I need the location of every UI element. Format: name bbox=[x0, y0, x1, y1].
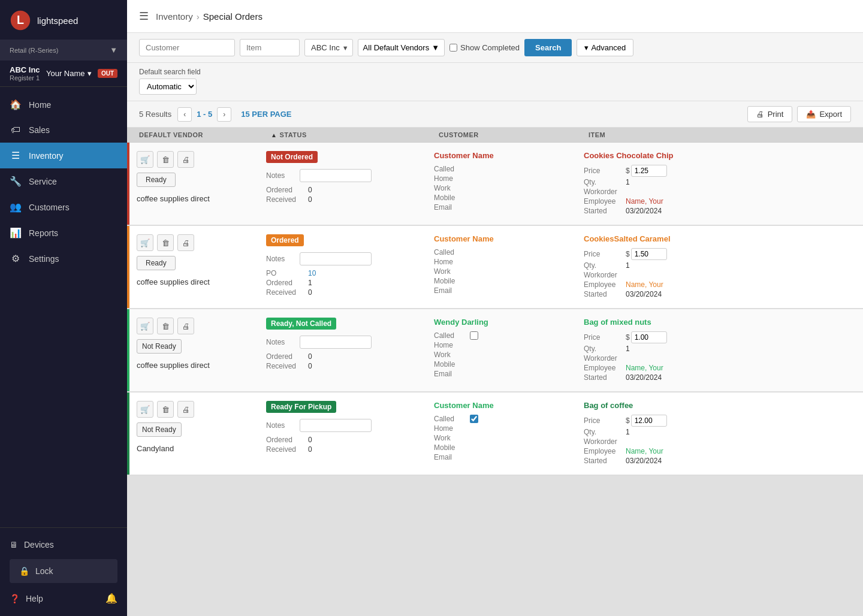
per-page-button[interactable]: 15 PER PAGE bbox=[241, 110, 291, 119]
row1-employee: Name, Your bbox=[626, 197, 663, 206]
advanced-dropdown-arrow: ▾ bbox=[584, 43, 589, 52]
row4-cart-button[interactable]: 🛒 bbox=[137, 401, 153, 418]
row1-delete-button[interactable]: 🗑 bbox=[157, 151, 174, 168]
row4-called-checkbox[interactable] bbox=[470, 415, 478, 423]
sidebar-item-customers[interactable]: 👥 Customers bbox=[0, 194, 127, 220]
search-button[interactable]: Search bbox=[524, 39, 572, 56]
search-bar: ABC Inc ▼ All Default Vendors ▼ Show Com… bbox=[127, 33, 863, 63]
prev-page-button[interactable]: ‹ bbox=[177, 107, 192, 122]
menu-icon[interactable]: ☰ bbox=[139, 10, 149, 23]
row1-customer-name: Customer Name bbox=[434, 151, 569, 160]
row4-item: Bag of coffee Price $ Qty. 1 Work bbox=[577, 392, 863, 475]
inventory-icon: ☰ bbox=[10, 150, 22, 161]
sidebar-item-devices[interactable]: 🖥 Devices bbox=[10, 535, 117, 554]
col-header-status: ▲ STATUS bbox=[271, 131, 439, 138]
sidebar-item-reports[interactable]: 📊 Reports bbox=[0, 220, 127, 246]
row3-notes-row: Notes bbox=[266, 336, 420, 349]
table-header: DEFAULT VENDOR ▲ STATUS CUSTOMER ITEM bbox=[127, 128, 863, 143]
row4-notes-label: Notes bbox=[266, 421, 296, 430]
row2-notes-row: Notes bbox=[266, 252, 420, 265]
show-completed-checkbox[interactable] bbox=[449, 44, 457, 52]
help-button[interactable]: ❓ Help bbox=[10, 594, 43, 603]
row3-price-input[interactable] bbox=[631, 331, 667, 343]
row1-cart-button[interactable]: 🛒 bbox=[137, 151, 153, 168]
row1-ordered-label: Ordered bbox=[266, 186, 308, 194]
print-button[interactable]: 🖨 Print bbox=[747, 106, 793, 122]
devices-label: Devices bbox=[24, 540, 54, 549]
results-count: 5 Results bbox=[139, 110, 171, 119]
user-name-btn[interactable]: Your Name ▾ bbox=[46, 69, 92, 78]
col-header-vendor: DEFAULT VENDOR bbox=[139, 131, 271, 138]
sidebar-item-sales[interactable]: 🏷 Sales bbox=[0, 117, 127, 143]
sidebar-bottom: 🖥 Devices 🔒 Lock ❓ Help 🔔 bbox=[0, 527, 127, 616]
notification-bell-icon[interactable]: 🔔 bbox=[105, 593, 117, 604]
store-dropdown-arrow[interactable]: ▼ bbox=[110, 46, 117, 55]
reports-icon: 📊 bbox=[10, 227, 22, 238]
row1-notes-label: Notes bbox=[266, 171, 296, 180]
row2-notes-input[interactable] bbox=[300, 252, 372, 265]
row2-action-icons: 🛒 🗑 🖨 bbox=[137, 234, 194, 251]
row4-notes-input[interactable] bbox=[300, 419, 372, 432]
item-search-input[interactable] bbox=[240, 39, 300, 56]
customer-search-input[interactable] bbox=[139, 39, 235, 56]
row3-cart-button[interactable]: 🛒 bbox=[137, 318, 153, 334]
search-field-select[interactable]: Automatic bbox=[139, 78, 197, 95]
row3-notes-input[interactable] bbox=[300, 336, 372, 349]
sidebar-item-service[interactable]: 🔧 Service bbox=[0, 168, 127, 194]
row4-customer-details: Called Home Work Mobile Email bbox=[434, 415, 569, 461]
sidebar-item-settings[interactable]: ⚙ Settings bbox=[0, 246, 127, 271]
current-page-range: 1 - 5 bbox=[194, 110, 215, 119]
store-selector[interactable]: Retail (R-Series) ▼ bbox=[0, 40, 127, 61]
row1-actions: 🛒 🗑 🖨 Ready coffee supplies direct bbox=[127, 143, 259, 225]
row2-price-input[interactable] bbox=[631, 248, 667, 260]
lock-button[interactable]: 🔒 Lock bbox=[10, 559, 117, 583]
all-vendors-select[interactable]: All Default Vendors ▼ bbox=[358, 39, 445, 56]
results-bar: 5 Results ‹ 1 - 5 › 15 PER PAGE 🖨 Print … bbox=[127, 101, 863, 128]
vendor-value: ABC Inc bbox=[309, 40, 342, 56]
row3-not-ready-button[interactable]: Not Ready bbox=[137, 339, 182, 354]
row4-delete-button[interactable]: 🗑 bbox=[157, 401, 174, 418]
vendor-dropdown-arrow: ▼ bbox=[342, 44, 349, 52]
row1-notes-input[interactable] bbox=[300, 169, 372, 182]
sidebar-item-inventory[interactable]: ☰ Inventory bbox=[0, 143, 127, 168]
vendor-select[interactable]: ABC Inc ▼ bbox=[304, 39, 353, 56]
row1-status-details: Ordered 0 Received 0 bbox=[266, 186, 420, 204]
row4-print-button[interactable]: 🖨 bbox=[177, 401, 194, 418]
logo-area[interactable]: L lightspeed bbox=[0, 0, 127, 40]
printer-icon: 🖨 bbox=[756, 110, 764, 119]
row3-action-icons: 🛒 🗑 🖨 bbox=[137, 318, 194, 334]
row2-ready-button[interactable]: Ready bbox=[137, 256, 176, 270]
orders-table: DEFAULT VENDOR ▲ STATUS CUSTOMER ITEM 🛒 … bbox=[127, 128, 863, 616]
pagination: ‹ 1 - 5 › bbox=[177, 107, 231, 122]
devices-icon: 🖥 bbox=[10, 540, 18, 549]
results-left: 5 Results ‹ 1 - 5 › 15 PER PAGE bbox=[139, 107, 292, 122]
row2-delete-button[interactable]: 🗑 bbox=[157, 234, 174, 251]
row3-called-checkbox[interactable] bbox=[470, 331, 478, 340]
sales-icon: 🏷 bbox=[10, 125, 22, 135]
advanced-button[interactable]: ▾ Advanced bbox=[577, 39, 633, 56]
row2-print-button[interactable]: 🖨 bbox=[177, 234, 194, 251]
row2-po-link[interactable]: 10 bbox=[308, 269, 316, 277]
row2-cart-button[interactable]: 🛒 bbox=[137, 234, 153, 251]
row1-item-name: Cookies Chocolate Chip bbox=[584, 151, 856, 160]
breadcrumb-parent[interactable]: Inventory bbox=[156, 11, 193, 22]
row3-delete-button[interactable]: 🗑 bbox=[157, 318, 174, 334]
row1-price-input[interactable] bbox=[631, 165, 667, 177]
row2-customer-name: Customer Name bbox=[434, 234, 569, 243]
sidebar-item-home[interactable]: 🏠 Home bbox=[0, 92, 127, 117]
svg-text:L: L bbox=[17, 13, 24, 26]
next-page-button[interactable]: › bbox=[217, 107, 231, 122]
row1-ready-button[interactable]: Ready bbox=[137, 173, 176, 187]
row1-print-button[interactable]: 🖨 bbox=[177, 151, 194, 168]
row3-print-button[interactable]: 🖨 bbox=[177, 318, 194, 334]
row2-employee: Name, Your bbox=[626, 280, 663, 289]
row3-customer-name: Wendy Darling bbox=[434, 318, 569, 327]
row4-price-input[interactable] bbox=[631, 415, 667, 427]
row4-not-ready-button[interactable]: Not Ready bbox=[137, 422, 182, 437]
row3-item-details: Price $ Qty. 1 Workorder bbox=[584, 331, 856, 382]
show-completed-label: Show Completed bbox=[460, 43, 520, 52]
nav-menu: 🏠 Home 🏷 Sales ☰ Inventory 🔧 Service 👥 C… bbox=[0, 87, 127, 527]
export-button[interactable]: 📤 Export bbox=[797, 106, 851, 122]
sidebar-item-reports-label: Reports bbox=[29, 228, 58, 238]
row1-notes-row: Notes bbox=[266, 169, 420, 182]
